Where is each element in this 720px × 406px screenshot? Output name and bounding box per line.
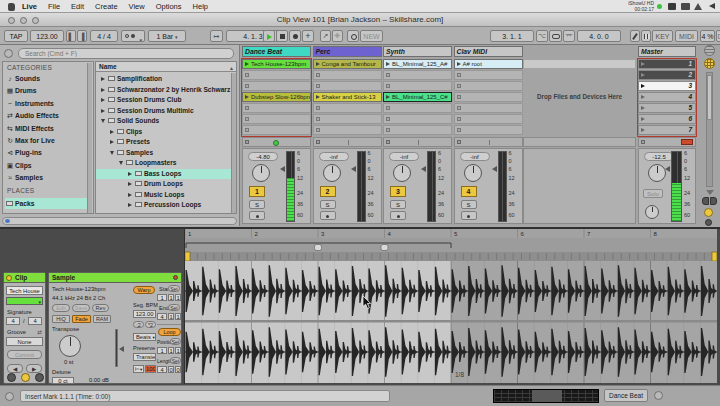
menu-edit[interactable]: Edit xyxy=(71,2,84,11)
clip-slot[interactable] xyxy=(454,81,523,91)
loop-start-display[interactable]: 3. 1. 1 xyxy=(490,30,534,42)
scene-3[interactable]: 3 xyxy=(638,81,696,91)
track-status-cell[interactable] xyxy=(242,137,311,147)
expand-icon[interactable] xyxy=(128,182,132,186)
clip-slot[interactable] xyxy=(454,103,523,113)
gain-slider-handle[interactable] xyxy=(119,346,124,352)
loop-length-display[interactable]: 4. 0. 0 xyxy=(577,30,621,42)
clip-stop-icon[interactable] xyxy=(316,73,320,77)
clip-slot[interactable] xyxy=(383,70,452,80)
expand-icon[interactable] xyxy=(128,203,132,207)
browser-collapse-button[interactable] xyxy=(4,49,13,58)
clip-play-icon[interactable] xyxy=(316,62,320,66)
stop-button[interactable] xyxy=(276,30,288,42)
scroll-down-icon[interactable] xyxy=(706,190,714,195)
tree-item-bass-loops[interactable]: Bass Loops xyxy=(96,169,236,179)
pan-knob[interactable] xyxy=(648,164,666,182)
start-beat-field[interactable]: 1 xyxy=(168,294,174,301)
place-item-packs[interactable]: Packs xyxy=(5,198,88,209)
clip-stop-icon[interactable] xyxy=(386,128,390,132)
preview-volume-knob[interactable] xyxy=(645,205,659,219)
end-beat-field[interactable]: 1 xyxy=(168,313,174,320)
position-set-button[interactable]: Set xyxy=(170,338,181,345)
arm-button[interactable] xyxy=(320,211,336,220)
category-item-drums[interactable]: ▦Drums xyxy=(5,85,88,96)
clip-a-root[interactable]: A# root xyxy=(454,59,523,69)
tree-item-session-drums-club[interactable]: Session Drums Club xyxy=(96,95,236,105)
clip-slot[interactable] xyxy=(313,103,382,113)
start-sixteenth-field[interactable]: 1 xyxy=(175,294,181,301)
clip-slot[interactable] xyxy=(454,125,523,135)
clip-stop-all-icon[interactable] xyxy=(457,140,461,144)
start-bar-field[interactable]: 1 xyxy=(157,294,167,301)
track-status-cell[interactable] xyxy=(523,137,636,147)
back-to-arrangement-button[interactable] xyxy=(681,139,693,145)
volume-handle-icon[interactable] xyxy=(280,166,285,172)
volume-handle-icon[interactable] xyxy=(665,166,670,172)
clip-stop-icon[interactable] xyxy=(245,128,249,132)
midi-map-button[interactable]: MIDI xyxy=(675,30,698,42)
edit-sample-button[interactable]: Edit xyxy=(52,304,70,312)
volume-value[interactable]: -inf xyxy=(319,152,349,161)
volume-meter[interactable] xyxy=(498,151,507,222)
commit-button[interactable]: Commit xyxy=(7,350,42,359)
io-toggle[interactable] xyxy=(702,197,709,205)
categories-scrollbar[interactable] xyxy=(87,63,92,213)
search-input[interactable] xyxy=(18,48,234,59)
draw-mode-button[interactable] xyxy=(630,30,640,42)
clip-slot[interactable] xyxy=(383,125,452,135)
clip-stop-icon[interactable] xyxy=(457,128,461,132)
clip-slot[interactable] xyxy=(242,81,311,91)
clip-slot[interactable] xyxy=(454,114,523,124)
warp-button[interactable]: Warp xyxy=(133,286,155,294)
envelopes-box-toggle[interactable] xyxy=(35,373,44,382)
time-signature-field[interactable]: 4 / 4 xyxy=(90,30,118,42)
track-activator-button[interactable]: 2 xyxy=(320,186,336,197)
scene-6[interactable]: 6 xyxy=(638,114,696,124)
clip-stop-all-icon[interactable] xyxy=(316,140,320,144)
expand-icon[interactable] xyxy=(128,193,132,197)
clip-slot[interactable] xyxy=(454,70,523,80)
io-toggle-b[interactable] xyxy=(710,197,717,205)
scene-play-icon[interactable] xyxy=(641,117,645,121)
length-bar-field[interactable]: 4 xyxy=(157,366,167,373)
airplay-icon[interactable] xyxy=(694,3,702,10)
clip-stop-icon[interactable] xyxy=(316,128,320,132)
stop-all-clips-icon[interactable] xyxy=(641,140,645,144)
tree-item-music-loops[interactable]: Music Loops xyxy=(96,190,236,200)
selected-track-indicator[interactable]: Dance Beat xyxy=(604,389,648,402)
clip-stop-icon[interactable] xyxy=(316,117,320,121)
collapse-icon[interactable] xyxy=(101,119,105,123)
clip-bl-minimal-125-a-[interactable]: BL_Minimal_125_A# xyxy=(383,59,452,69)
tree-scrollbar[interactable] xyxy=(231,73,236,213)
sample-gain-value[interactable]: 0.00 dB xyxy=(89,377,109,383)
session-scrollbar[interactable] xyxy=(706,72,713,187)
volume-handle-icon[interactable] xyxy=(492,166,497,172)
clip-conga-and-tambour[interactable]: Conga and Tambour xyxy=(313,59,382,69)
pan-knob[interactable] xyxy=(323,164,341,182)
session-view-toggle[interactable] xyxy=(704,58,715,69)
tree-item-samplification[interactable]: Samplification xyxy=(96,74,236,84)
solo-button[interactable]: S xyxy=(320,200,336,209)
clip-overview-thumbnail[interactable] xyxy=(493,389,599,403)
expand-icon[interactable] xyxy=(101,109,105,113)
track-header-synth[interactable]: Synth xyxy=(383,46,452,57)
solo-button[interactable]: S xyxy=(461,200,477,209)
clip-slot[interactable] xyxy=(383,81,452,91)
menu-file[interactable]: File xyxy=(48,2,60,11)
arrangement-view-toggle[interactable] xyxy=(704,45,715,56)
save-sample-button[interactable]: Save xyxy=(72,304,90,312)
clip-stop-icon[interactable] xyxy=(386,106,390,110)
browser-hscroll[interactable] xyxy=(2,217,237,225)
punch-in-button[interactable]: ⌥ xyxy=(536,30,548,42)
close-window-button[interactable] xyxy=(8,17,15,24)
scene-2[interactable]: 2 xyxy=(638,70,696,80)
category-item-instruments[interactable]: ~Instruments xyxy=(5,98,88,109)
category-item-max-for-live[interactable]: ↻Max for Live xyxy=(5,135,88,146)
re-enable-automation-button[interactable]: ✚ xyxy=(332,30,343,42)
ram-button[interactable]: RAM xyxy=(93,315,111,323)
scene-play-icon[interactable] xyxy=(641,84,645,88)
tree-name-header[interactable]: Name▲ xyxy=(96,62,236,72)
clip-stop-icon[interactable] xyxy=(316,84,320,88)
clip-loop-button[interactable]: Loop xyxy=(158,328,181,336)
